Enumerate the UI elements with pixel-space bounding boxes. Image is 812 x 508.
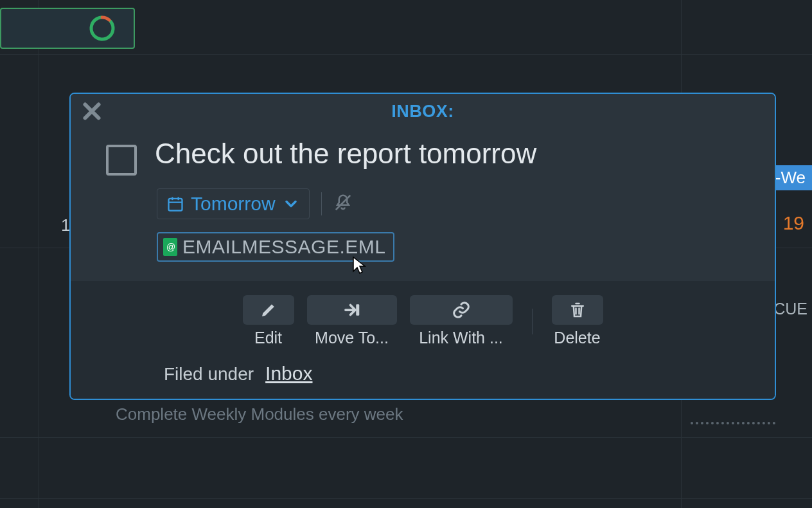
svg-line-7 [335,195,350,210]
filed-under-label: Filed under [164,364,254,385]
close-icon [82,102,102,121]
delete-button[interactable]: Delete [552,295,603,347]
eml-file-icon [163,238,177,256]
bg-task-item[interactable]: Complete Weekly Modules every week [116,404,403,424]
bg-dotted-indicator [691,422,775,424]
edit-button[interactable]: Edit [243,295,294,347]
dialog-header: INBOX: [71,94,775,122]
reminder-toggle[interactable] [333,193,353,215]
delete-label: Delete [554,329,600,347]
filed-under-link[interactable]: Inbox [265,363,312,385]
due-date-label: Tomorrow [191,193,276,215]
attachment-name: EMAILMESSAGE.EML [182,236,385,258]
progress-ring-icon [89,15,116,42]
meta-separator [321,192,322,215]
action-separator [532,309,533,334]
dialog-top-panel: INBOX: Check out the report tomorrow Tom… [71,94,775,281]
chevron-down-icon [282,195,300,213]
filed-under-row: Filed under Inbox [164,363,755,385]
dialog-bottom-panel: Edit Move To... Link With ... [71,281,775,399]
bell-off-icon [333,193,353,212]
pencil-icon [259,300,278,320]
day-number-right: 19 [783,212,804,234]
svg-rect-3 [169,199,182,211]
move-to-label: Move To... [315,329,389,347]
bg-grid-line [0,498,812,499]
task-dialog: INBOX: Check out the report tomorrow Tom… [69,93,776,400]
calendar-icon [166,195,184,213]
close-button[interactable] [82,102,102,123]
trash-icon [568,300,587,320]
progress-pill[interactable] [0,8,135,49]
attachment-chip[interactable]: EMAILMESSAGE.EML [157,232,394,262]
task-checkbox[interactable] [106,145,137,176]
move-to-icon [342,300,362,320]
link-icon [452,300,471,320]
due-date-dropdown[interactable]: Tomorrow [157,188,310,219]
link-with-label: Link With ... [419,329,503,347]
bg-grid-line [0,437,812,438]
bg-grid-line [39,0,39,508]
task-title[interactable]: Check out the report tomorrow [155,138,536,169]
bg-grid-line [0,54,812,55]
action-bar: Edit Move To... Link With ... [90,295,755,347]
link-with-button[interactable]: Link With ... [410,295,513,347]
svg-rect-8 [356,304,359,316]
move-to-button[interactable]: Move To... [307,295,397,347]
edit-label: Edit [254,329,282,347]
